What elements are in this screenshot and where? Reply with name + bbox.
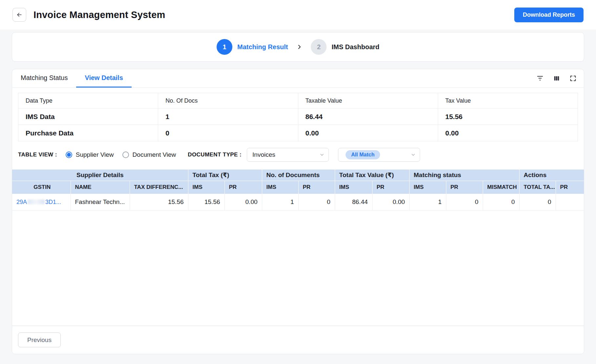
chevron-right-icon — [296, 44, 302, 50]
group-no-of-documents: No. of Documents — [262, 170, 335, 181]
group-actions: Actions — [519, 170, 584, 181]
col-tax-difference: TAX DIFFERENC... — [130, 181, 188, 194]
match-filter-badge: All Match — [346, 150, 380, 159]
gstin-suffix: 3D1... — [45, 199, 61, 205]
summary-purchase-label: Purchase Data — [18, 125, 158, 141]
group-matching-status: Matching status — [409, 170, 519, 181]
column-settings-icon[interactable] — [553, 75, 560, 82]
summary-purchase-taxable: 0.00 — [298, 125, 438, 141]
document-type-value: Invoices — [252, 151, 275, 158]
col-total-tax-pr: PR — [224, 181, 262, 194]
step-1-label: Matching Result — [237, 43, 288, 51]
col-match-pr: PR — [446, 181, 483, 194]
step-matching-result[interactable]: 1 Matching Result — [217, 39, 288, 55]
col-total-tax-ims: IMS — [188, 181, 224, 194]
radio-supplier-view[interactable]: Supplier View — [66, 151, 114, 158]
radio-selected-icon — [66, 152, 72, 158]
summary-purchase-tax: 0.00 — [438, 125, 578, 141]
gstin-redacted-blur — [28, 199, 45, 204]
cell-match-ims: 1 — [409, 194, 446, 210]
fullscreen-icon[interactable] — [569, 75, 577, 82]
document-type-label: DOCUMENT TYPE : — [188, 152, 242, 158]
document-type-select[interactable]: Invoices — [247, 148, 329, 162]
cell-tax-value-pr: 0.00 — [372, 194, 409, 210]
app-header: Invoice Management System Download Repor… — [0, 0, 596, 30]
download-reports-button[interactable]: Download Reports — [514, 8, 584, 22]
col-actions-total: TOTAL TA... — [519, 181, 556, 194]
radio-unselected-icon — [122, 152, 129, 158]
gstin-link[interactable]: 29A3D1... — [16, 199, 61, 205]
summary-ims-tax: 15.56 — [438, 109, 578, 125]
cell-docs-pr: 0 — [298, 194, 335, 210]
summary-section: Data Type No. Of Docs Taxable Value Tax … — [12, 88, 584, 141]
summary-header-data-type: Data Type — [18, 93, 158, 109]
table-empty-area — [12, 211, 584, 326]
filter-icon[interactable] — [536, 74, 544, 82]
summary-header-taxable-value: Taxable Value — [298, 93, 438, 109]
cell-match-pr: 0 — [446, 194, 483, 210]
arrow-left-icon — [16, 11, 23, 18]
col-tax-value-ims: IMS — [335, 181, 372, 194]
summary-row-purchase: Purchase Data 0 0.00 0.00 — [18, 125, 578, 141]
summary-ims-taxable: 86.44 — [298, 109, 438, 125]
col-match-ims: IMS — [409, 181, 446, 194]
cell-tax-difference: 15.56 — [130, 194, 188, 210]
summary-header-row: Data Type No. Of Docs Taxable Value Tax … — [18, 93, 578, 109]
stepper: 1 Matching Result 2 IMS Dashboard — [217, 39, 379, 55]
cell-supplier-name: Fashnear Techn... — [71, 194, 130, 210]
col-mismatch: MISMATCH — [483, 181, 519, 194]
summary-header-tax-value: Tax Value — [438, 93, 578, 109]
table-view-label: TABLE VIEW : — [18, 152, 57, 158]
main-content: 1 Matching Result 2 IMS Dashboard Matchi… — [0, 30, 596, 354]
page-title: Invoice Management System — [33, 10, 165, 20]
cell-total-tax-pr: 0.00 — [224, 194, 262, 210]
group-total-tax-value: Total Tax Value (₹) — [335, 170, 409, 181]
cell-mismatch: 0 — [483, 194, 519, 210]
summary-table: Data Type No. Of Docs Taxable Value Tax … — [18, 93, 578, 141]
cell-docs-ims: 1 — [262, 194, 298, 210]
table-toolbar — [536, 69, 584, 87]
previous-button[interactable]: Previous — [18, 333, 61, 347]
col-gstin: GSTIN — [12, 181, 71, 194]
col-docs-pr: PR — [298, 181, 335, 194]
chevron-down-icon — [319, 152, 325, 157]
chevron-down-icon — [411, 152, 416, 157]
radio-document-view[interactable]: Document View — [122, 151, 176, 158]
step-2-badge: 2 — [311, 39, 327, 55]
col-tax-value-pr: PR — [372, 181, 409, 194]
radio-document-view-label: Document View — [133, 151, 176, 158]
radio-supplier-view-label: Supplier View — [76, 151, 114, 158]
summary-ims-docs: 1 — [158, 109, 298, 125]
col-name: NAME — [71, 181, 130, 194]
matching-panel: Matching Status View Details Data Type — [12, 69, 584, 354]
table-row: 29A3D1... Fashnear Techn... 15.56 15.56 … — [12, 194, 584, 210]
col-actions-pr: PR — [556, 181, 584, 194]
tab-bar: Matching Status View Details — [12, 69, 584, 88]
summary-purchase-docs: 0 — [158, 125, 298, 141]
gstin-prefix: 29A — [16, 199, 27, 205]
cell-tax-value-ims: 86.44 — [335, 194, 372, 210]
cell-actions-total: 0 — [519, 194, 556, 210]
tab-view-details[interactable]: View Details — [76, 69, 131, 88]
stepper-card: 1 Matching Result 2 IMS Dashboard — [12, 32, 584, 62]
match-filter-select[interactable]: All Match — [338, 148, 420, 162]
cell-gstin: 29A3D1... — [12, 194, 71, 210]
column-header-row: GSTIN NAME TAX DIFFERENC... IMS PR IMS P… — [12, 181, 584, 194]
panel-footer: Previous — [12, 326, 584, 354]
summary-header-no-of-docs: No. Of Docs — [158, 93, 298, 109]
step-1-badge: 1 — [217, 39, 232, 55]
supplier-matching-table: Supplier Details Total Tax (₹) No. of Do… — [12, 170, 584, 211]
back-button[interactable] — [12, 8, 26, 22]
table-controls: TABLE VIEW : Supplier View Document View… — [12, 141, 584, 168]
cell-total-tax-ims: 15.56 — [188, 194, 224, 210]
group-header-row: Supplier Details Total Tax (₹) No. of Do… — [12, 170, 584, 181]
tab-matching-status[interactable]: Matching Status — [12, 69, 76, 88]
col-docs-ims: IMS — [262, 181, 298, 194]
group-total-tax: Total Tax (₹) — [188, 170, 262, 181]
summary-ims-label: IMS Data — [18, 109, 158, 125]
step-ims-dashboard[interactable]: 2 IMS Dashboard — [311, 39, 379, 55]
step-2-label: IMS Dashboard — [331, 43, 379, 51]
cell-actions-pr — [556, 194, 584, 210]
group-supplier-details: Supplier Details — [12, 170, 188, 181]
summary-row-ims: IMS Data 1 86.44 15.56 — [18, 109, 578, 125]
